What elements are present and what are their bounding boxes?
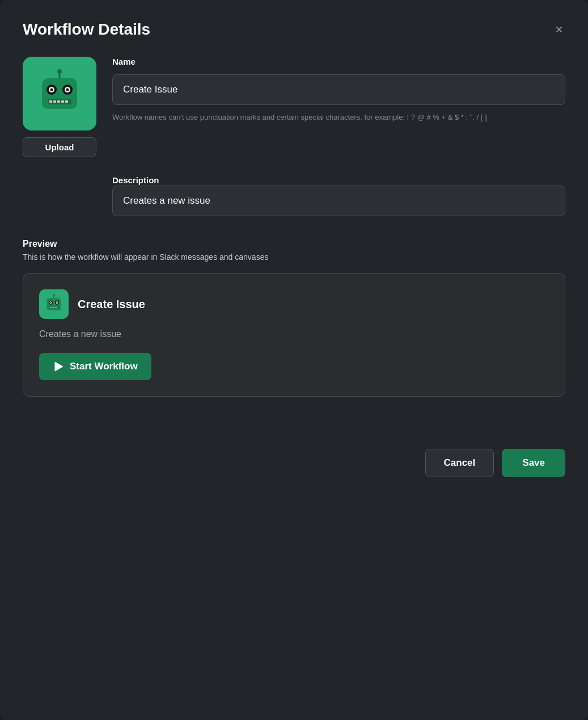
name-input[interactable] [112,74,565,105]
name-field-section: Name Workflow names can't use punctuatio… [112,57,565,157]
start-workflow-label: Start Workflow [70,361,138,372]
svg-rect-27 [53,307,54,308]
preview-card-header: Create Issue [39,289,549,319]
avatar [23,57,96,130]
upload-button[interactable]: Upload [23,137,96,157]
preview-robot-icon [44,294,64,314]
description-label: Description [112,175,159,185]
form-top-section: Upload Name Workflow names can't use pun… [23,57,565,157]
preview-subtitle: This is how the workflow will appear in … [23,252,565,262]
svg-rect-11 [53,100,56,103]
cancel-button[interactable]: Cancel [425,449,494,477]
modal-footer: Cancel Save [23,415,565,477]
svg-point-16 [53,294,54,296]
svg-rect-29 [56,307,57,308]
preview-card: Create Issue Creates a new issue Start W… [23,273,565,397]
preview-card-title: Create Issue [78,298,145,311]
svg-point-23 [57,302,58,303]
svg-rect-10 [49,100,52,103]
robot-icon [34,68,85,119]
workflow-details-modal: Workflow Details × [0,0,588,720]
modal-header: Workflow Details × [23,20,565,39]
svg-rect-13 [61,100,64,103]
save-button[interactable]: Save [502,449,565,477]
avatar-section: Upload [23,57,96,157]
svg-rect-28 [54,307,56,308]
preview-card-description: Creates a new issue [39,329,549,339]
svg-rect-25 [50,307,51,308]
svg-point-22 [50,302,51,303]
svg-marker-30 [55,362,63,371]
svg-point-8 [66,89,69,91]
preview-avatar [39,289,69,319]
preview-title: Preview [23,239,565,249]
description-section: Description [112,175,565,216]
svg-rect-12 [57,100,60,103]
svg-rect-14 [65,100,68,103]
description-input[interactable] [112,186,565,216]
close-button[interactable]: × [553,20,565,39]
name-label: Name [112,57,565,66]
svg-point-7 [50,89,53,91]
start-workflow-button[interactable]: Start Workflow [39,353,151,380]
name-hint: Workflow names can't use punctuation mar… [112,112,565,123]
modal-title: Workflow Details [23,20,150,39]
preview-section: Preview This is how the workflow will ap… [23,239,565,397]
svg-rect-26 [52,307,53,308]
svg-point-1 [57,69,62,74]
play-icon [53,361,64,372]
